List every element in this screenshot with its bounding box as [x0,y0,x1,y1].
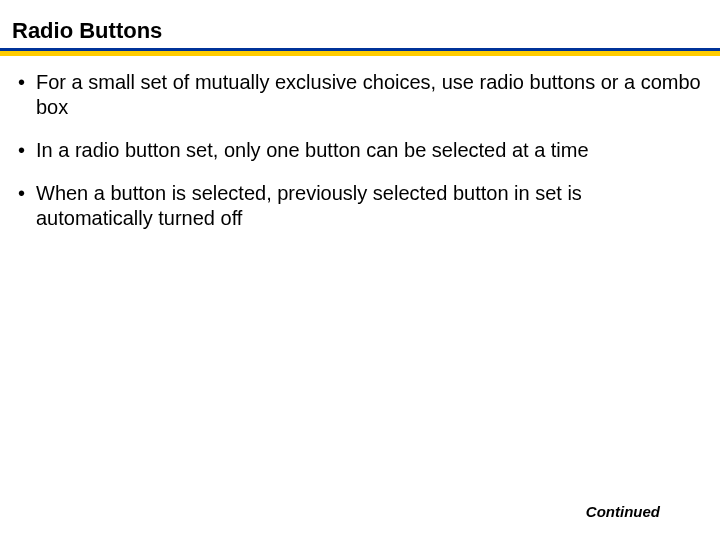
continued-label: Continued [586,503,660,520]
title-area: Radio Buttons [0,0,720,48]
list-item: For a small set of mutually exclusive ch… [18,70,702,120]
bullet-list: For a small set of mutually exclusive ch… [18,70,702,231]
list-item: When a button is selected, previously se… [18,181,702,231]
content-area: For a small set of mutually exclusive ch… [0,56,720,231]
slide-title: Radio Buttons [12,18,708,44]
slide: Radio Buttons For a small set of mutuall… [0,0,720,540]
list-item: In a radio button set, only one button c… [18,138,702,163]
